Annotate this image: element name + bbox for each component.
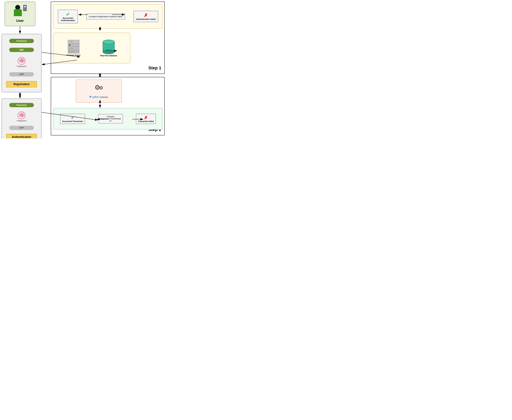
auth-fingerprint-section: Fingerprint <box>17 111 26 122</box>
step2-box: Step 2 ⚙ ⚙ P ayPal Gateway ✔ Successful … <box>51 77 165 135</box>
step2-compare-node: CompareRegistration=Authentication <box>98 114 123 124</box>
auth-failed-node: ✗ Authentication failed <box>133 11 158 22</box>
successful-auth-node: ✔ SuccessfulAuthentication <box>58 10 78 23</box>
fingerprint-label: Fingerprint <box>17 65 26 68</box>
gear-icon-2: ⚙ <box>99 85 103 91</box>
tx-failed-label: Transaction failed <box>138 120 154 122</box>
auth-password-pill: Password <box>9 103 34 107</box>
successful-auth-label: SuccessfulAuthentication <box>61 17 75 22</box>
svg-point-4 <box>103 50 114 54</box>
password-pill: Password <box>9 39 34 43</box>
successful-tx-node: ✔ Successful Transaction <box>60 114 85 124</box>
auth-otp-pill: OTP <box>9 126 34 130</box>
otp-pill: OTP <box>9 72 34 76</box>
compare-node: Compare Registration=Authenti cation <box>86 14 125 20</box>
registration-box: Password IMEI Fingerprint OTP Registrati… <box>1 34 42 92</box>
registration-button: Registration <box>6 81 37 87</box>
step2-compare-label: CompareRegistration=Authentication <box>100 116 121 122</box>
user-box: User <box>5 1 35 26</box>
compare-label: Compare Registration=Authenti cation <box>89 15 123 18</box>
server-container: Firebase Server <box>67 40 81 56</box>
auth-fingerprint-label: Fingerprint <box>17 120 26 122</box>
svg-point-5 <box>103 40 114 44</box>
user-body <box>14 9 22 16</box>
phone-icon <box>23 5 27 11</box>
user-label: User <box>16 19 24 23</box>
firebase-box: Firebase Server Real-time database <box>53 33 130 63</box>
server-icon <box>68 40 79 53</box>
tx-failed-node: ✗ Transaction failed <box>136 114 156 124</box>
step2-compare-row: ✔ Successful Transaction CompareRegistra… <box>53 108 163 129</box>
fingerprint-icon <box>17 57 26 65</box>
authentication-button: Authentication <box>6 134 37 138</box>
tx-check-icon: ✔ <box>71 115 75 120</box>
gear-icons: ⚙ ⚙ <box>95 84 103 91</box>
authentication-box: Password Fingerprint OTP Authentication <box>1 98 42 138</box>
realtime-db-label: Real-time database <box>100 55 117 57</box>
database-container: Real-time database <box>100 39 117 57</box>
user-figure <box>13 5 27 18</box>
database-icon <box>102 39 116 55</box>
step1-box: Step 1 ✔ SuccessfulAuthentication Compar… <box>51 1 165 74</box>
tx-x-icon: ✗ <box>144 115 148 120</box>
paypal-p-blue: P <box>90 96 91 98</box>
gateway-label: Gateway <box>99 96 108 98</box>
check-icon: ✔ <box>66 12 70 17</box>
paypal-ay: ayPal <box>92 96 99 98</box>
auth-fingerprint-icon <box>17 111 26 120</box>
firebase-label: Firebase Server <box>67 54 81 56</box>
fingerprint-section: Fingerprint <box>17 57 26 68</box>
imei-pill: IMEI <box>9 48 34 52</box>
auth-failed-label: Authentication failed <box>136 18 156 20</box>
step1-compare-row: ✔ SuccessfulAuthentication Compare Regis… <box>53 4 163 29</box>
diagram-container: User Password IMEI Fingerprint OTP Regis… <box>0 0 169 138</box>
paypal-gateway: P ayPal Gateway <box>90 96 108 98</box>
successful-tx-label: Successful Transaction <box>62 120 83 122</box>
paypal-box: ⚙ ⚙ P ayPal Gateway <box>76 80 122 103</box>
step1-label: Step 1 <box>148 66 161 70</box>
x-icon: ✗ <box>144 13 148 18</box>
